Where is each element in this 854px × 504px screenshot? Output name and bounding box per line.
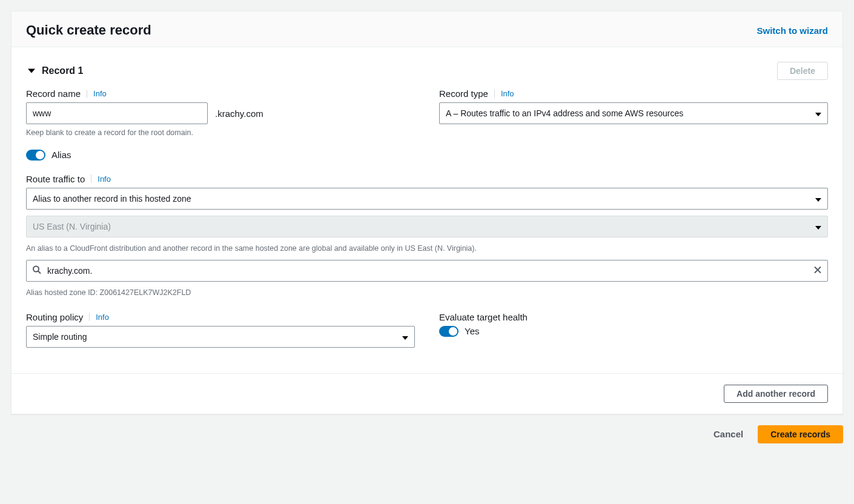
route-to-target-input[interactable] xyxy=(26,260,828,282)
route-to-info-link[interactable]: Info xyxy=(98,174,111,184)
switch-to-wizard-link[interactable]: Switch to wizard xyxy=(756,25,828,36)
routing-policy-info-link[interactable]: Info xyxy=(96,313,109,322)
alias-toggle-label: Alias xyxy=(51,150,71,160)
domain-suffix: .krachy.com xyxy=(215,108,263,119)
caret-down-icon xyxy=(402,332,408,342)
record-name-help: Keep blank to create a record for the ro… xyxy=(26,128,415,139)
create-records-button[interactable]: Create records xyxy=(758,425,843,443)
record-header: Record 1 Delete xyxy=(26,51,828,88)
cancel-button[interactable]: Cancel xyxy=(710,428,747,440)
panel-body: Record 1 Delete Record name Info .krachy… xyxy=(12,47,842,373)
alias-toggle-row: Alias xyxy=(26,150,828,161)
route-to-global-note: An alias to a CloudFront distribution an… xyxy=(26,244,828,254)
record-type-info-link[interactable]: Info xyxy=(501,89,514,98)
delete-button: Delete xyxy=(777,62,828,80)
page-footer: Cancel Create records xyxy=(11,425,843,443)
panel-footer: Add another record xyxy=(12,373,842,414)
hosted-zone-note: Alias hosted zone ID: Z0061427ELK7WJ2K2F… xyxy=(26,288,828,299)
evaluate-health-toggle[interactable] xyxy=(439,326,458,337)
panel-header: Quick create record Switch to wizard xyxy=(12,12,842,47)
route-to-label: Route traffic to Info xyxy=(26,174,828,184)
record-section-title: Record 1 xyxy=(42,65,83,76)
route-to-region-select: US East (N. Virginia) xyxy=(26,216,828,237)
record-type-label: Record type Info xyxy=(439,88,828,99)
search-icon xyxy=(32,265,42,277)
record-collapse-toggle[interactable] xyxy=(26,65,37,76)
routing-policy-select[interactable]: Simple routing xyxy=(26,326,415,348)
record-name-label: Record name Info xyxy=(26,88,415,99)
caret-down-icon xyxy=(815,108,821,118)
clear-target-icon[interactable] xyxy=(813,266,822,276)
page-title: Quick create record xyxy=(26,22,151,38)
alias-toggle[interactable] xyxy=(26,150,45,161)
evaluate-health-label: Evaluate target health xyxy=(439,312,828,322)
evaluate-health-value: Yes xyxy=(465,326,479,336)
caret-down-icon xyxy=(815,222,821,231)
routing-policy-label: Routing policy Info xyxy=(26,312,415,322)
quick-create-record-panel: Quick create record Switch to wizard Rec… xyxy=(11,11,843,414)
caret-down-icon xyxy=(815,194,821,204)
record-name-info-link[interactable]: Info xyxy=(93,89,107,98)
route-to-endpoint-select[interactable]: Alias to another record in this hosted z… xyxy=(26,188,828,210)
record-type-select[interactable]: A – Routes traffic to an IPv4 address an… xyxy=(439,102,828,124)
add-another-record-button[interactable]: Add another record xyxy=(724,385,828,403)
record-name-input[interactable] xyxy=(26,102,208,124)
